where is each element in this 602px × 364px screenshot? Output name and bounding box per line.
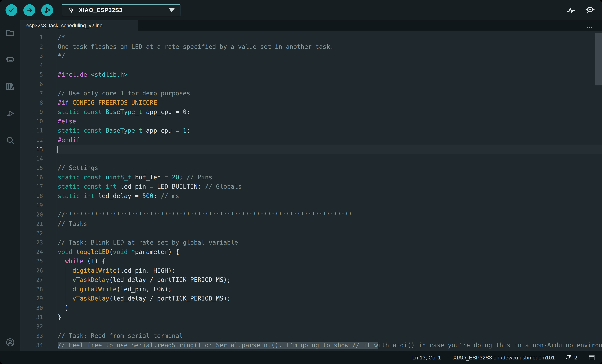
code-line[interactable]: 10#else — [20, 117, 602, 126]
code-token: led_delay = — [95, 192, 142, 199]
line-number: 25 — [20, 257, 56, 266]
code-token: 500 — [142, 192, 153, 199]
line-number: 14 — [20, 154, 56, 163]
code-line[interactable]: 28 digitalWrite(led_pin, LOW); — [20, 285, 602, 294]
toggle-panel-button[interactable] — [588, 353, 596, 362]
code-line[interactable]: 16static const uint8_t buf_len = 20; // … — [20, 172, 602, 182]
code-line[interactable]: 24void toggleLED(void *parameter) { — [20, 247, 602, 257]
arduino-ide-window: XIAO_ESP32S3 — [0, 0, 602, 364]
code-text: */ — [56, 51, 602, 61]
code-line[interactable]: 29 vTaskDelay(led_delay / portTICK_PERIO… — [20, 294, 602, 303]
code-line[interactable]: 6 — [20, 79, 602, 89]
code-line[interactable]: 7// Use only core 1 for demo purposes — [20, 89, 602, 98]
code-text: // Task: Blink LED at rate set by global… — [56, 238, 602, 247]
verify-button[interactable] — [5, 4, 17, 16]
serial-plotter-button[interactable] — [566, 5, 577, 16]
code-line[interactable]: 12#endif — [20, 135, 602, 145]
serial-monitor-button[interactable] — [584, 5, 595, 16]
code-line[interactable]: 25 while (1) { — [20, 257, 602, 266]
line-number: 34 — [20, 341, 56, 350]
code-token: buf_len = — [131, 174, 172, 181]
code-line[interactable]: 18static int led_delay = 500; // ms — [20, 191, 602, 201]
code-line[interactable]: 5#include <stdlib.h> — [20, 70, 602, 79]
code-text: #else — [56, 117, 602, 126]
code-token — [102, 183, 106, 190]
notifications-button[interactable]: 2 — [564, 353, 577, 362]
code-token: #include — [58, 71, 87, 78]
editor-scrollbar-thumb[interactable] — [595, 33, 602, 86]
sidebar-item-library-manager[interactable] — [5, 82, 15, 92]
code-line[interactable]: 30 } — [20, 303, 602, 313]
sidebar-item-sketchbook[interactable] — [5, 28, 15, 38]
code-text: One task flashes an LED at a rate specif… — [56, 42, 602, 51]
code-token: ; — [153, 192, 161, 199]
code-token: <stdlib.h> — [91, 71, 128, 78]
upload-button[interactable] — [23, 4, 35, 16]
tab-more-actions-button[interactable]: … — [586, 20, 594, 31]
code-token: ( — [83, 257, 91, 265]
line-number: 13 — [20, 145, 56, 154]
code-line[interactable]: 33// Task: Read from serial terminal — [20, 331, 602, 341]
sidebar-item-debug[interactable] — [5, 108, 15, 118]
code-line[interactable]: 8#if CONFIG_FREERTOS_UNICORE — [20, 98, 602, 107]
code-text: static const BaseType_t app_cpu = 1; — [56, 126, 602, 135]
code-token: */ — [58, 52, 65, 59]
debug-button[interactable] — [41, 4, 53, 16]
board-selector-label: XIAO_ESP32S3 — [79, 7, 122, 13]
tab-sketch-file[interactable]: esp32s3_task_scheduling_v2.ino — [20, 20, 139, 31]
code-token: ith atoi() in case you're doing this in … — [378, 342, 602, 349]
code-line[interactable]: 27 vTaskDelay(led_delay / portTICK_PERIO… — [20, 275, 602, 285]
code-token: ; — [179, 174, 187, 181]
code-line[interactable]: 20//************************************… — [20, 210, 602, 219]
code-text: #if CONFIG_FREERTOS_UNICORE — [56, 98, 602, 107]
activity-sidebar — [0, 20, 20, 351]
code-token: toggleLED — [76, 248, 109, 255]
code-line[interactable]: 1/* — [20, 32, 602, 42]
code-token: // Pins — [187, 174, 212, 181]
code-line[interactable]: 2One task flashes an LED at a rate speci… — [20, 42, 602, 51]
line-number: 16 — [20, 172, 56, 182]
code-token: // Tasks — [58, 220, 87, 227]
code-editor[interactable]: 1/*2One task flashes an LED at a rate sp… — [20, 31, 602, 351]
code-line[interactable]: 3*/ — [20, 51, 602, 61]
chevron-down-icon — [169, 8, 175, 12]
board-selector[interactable]: XIAO_ESP32S3 — [62, 4, 181, 16]
code-line[interactable]: 31} — [20, 312, 602, 322]
line-number: 17 — [20, 182, 56, 191]
code-line[interactable]: 32 — [20, 322, 602, 331]
check-icon — [7, 6, 16, 14]
line-number: 20 — [20, 210, 56, 219]
code-line[interactable]: 22 — [20, 229, 602, 238]
code-line[interactable]: 9static const BaseType_t app_cpu = 0; — [20, 107, 602, 117]
code-line[interactable]: 11static const BaseType_t app_cpu = 1; — [20, 126, 602, 135]
code-line[interactable]: 23// Task: Blink LED at rate set by glob… — [20, 238, 602, 247]
code-token: vTaskDelay — [72, 276, 109, 283]
line-number: 30 — [20, 303, 56, 313]
code-text — [56, 79, 602, 89]
code-token — [69, 99, 72, 106]
board-port-status[interactable]: XIAO_ESP32S3 on /dev/cu.usbmodem101 — [453, 354, 555, 361]
code-line[interactable]: 13 — [20, 145, 602, 154]
code-line[interactable]: 26 digitalWrite(led_pin, HIGH); — [20, 266, 602, 275]
code-line[interactable]: 21// Tasks — [20, 219, 602, 229]
sidebar-item-boards-manager[interactable] — [5, 54, 15, 64]
code-line[interactable]: 15// Settings — [20, 163, 602, 172]
code-token — [102, 174, 106, 181]
code-line[interactable]: 19 — [20, 201, 602, 210]
sidebar-item-account[interactable] — [5, 337, 15, 347]
code-line[interactable]: 14 — [20, 154, 602, 163]
code-token: static — [58, 108, 80, 115]
code-text — [56, 145, 602, 154]
code-line[interactable]: 4 — [20, 61, 602, 70]
code-token: static — [58, 174, 80, 181]
cursor-position-status[interactable]: Ln 13, Col 1 — [412, 354, 441, 361]
code-line[interactable]: 17static const int led_pin = LED_BUILTIN… — [20, 182, 602, 191]
code-text: } — [56, 303, 602, 313]
code-line[interactable]: 34// Feel free to use Serial.readString(… — [20, 341, 602, 350]
board-icon — [5, 54, 15, 64]
code-token — [80, 183, 83, 190]
code-text: digitalWrite(led_pin, LOW); — [56, 285, 602, 294]
code-token: led_pin = LED_BUILTIN; — [117, 183, 205, 190]
code-token: (led_pin, HIGH); — [117, 267, 176, 274]
sidebar-item-search[interactable] — [5, 135, 15, 145]
